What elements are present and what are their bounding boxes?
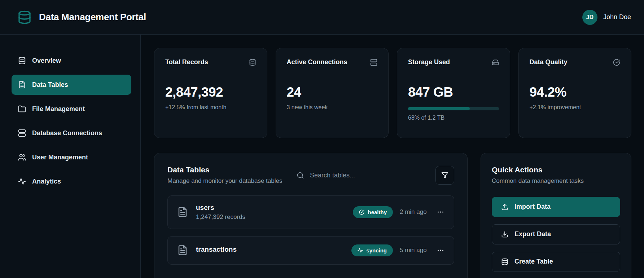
panel-subtitle: Manage and monitor your database tables — [167, 177, 294, 185]
stat-card-total-records: Total Records 2,847,392 +12.5% from last… — [154, 48, 267, 138]
panel-title: Data Tables — [167, 166, 297, 174]
import-data-button[interactable]: Import Data — [492, 197, 620, 217]
stat-value: 24 — [287, 85, 378, 100]
download-icon — [501, 231, 508, 238]
table-name: users — [196, 204, 245, 212]
export-data-button[interactable]: Export Data — [492, 224, 620, 244]
file-text-icon — [177, 245, 188, 256]
more-options-button[interactable] — [437, 246, 444, 254]
stat-label: Data Quality — [530, 58, 568, 66]
sidebar-item-overview[interactable]: Overview — [12, 50, 131, 71]
sidebar-item-label: Database Connections — [32, 129, 102, 137]
sidebar-item-analytics[interactable]: Analytics — [12, 171, 131, 191]
activity-icon — [358, 248, 363, 253]
stat-card-data-quality: Data Quality 94.2% +2.1% improvement — [518, 48, 632, 138]
create-table-button[interactable]: Create Table — [492, 252, 620, 272]
users-icon — [18, 153, 26, 161]
stat-card-storage-used: Storage Used 847 GB 68% of 1.2 TB — [397, 48, 510, 138]
main-content: Total Records 2,847,392 +12.5% from last… — [141, 35, 644, 278]
table-row-transactions[interactable]: transactions syncing 5 min ago — [167, 236, 454, 265]
table-row-users[interactable]: users 1,247,392 records healthy 2 min ag… — [167, 195, 454, 229]
stat-value: 94.2% — [530, 85, 621, 100]
app-title: Data Management Portal — [39, 12, 146, 23]
status-label: syncing — [366, 247, 387, 253]
filter-icon — [441, 172, 448, 179]
check-circle-icon — [613, 59, 620, 66]
app-root: Data Management Portal JD John Doe Overv… — [0, 0, 644, 278]
panels-row: Data Tables Manage and monitor your data… — [154, 153, 631, 278]
user-menu[interactable]: JD John Doe — [582, 10, 631, 25]
avatar: JD — [582, 10, 597, 25]
quick-actions-list: Import Data Export Data Create Table — [492, 197, 620, 272]
data-tables-panel: Data Tables Manage and monitor your data… — [154, 153, 468, 278]
table-records: 1,247,392 records — [196, 213, 245, 221]
status-badge: healthy — [353, 206, 393, 218]
filter-button[interactable] — [435, 166, 454, 185]
stat-label: Active Connections — [287, 58, 347, 66]
more-options-button[interactable] — [437, 208, 444, 216]
data-tables-header: Data Tables Manage and monitor your data… — [167, 166, 454, 185]
sidebar: Overview Data Tables File Management Dat… — [0, 35, 141, 278]
stat-sub: 68% of 1.2 TB — [408, 115, 499, 121]
database-icon — [501, 258, 508, 265]
server-icon — [18, 129, 26, 137]
hard-drive-icon — [492, 59, 499, 66]
sidebar-item-label: File Management — [32, 105, 85, 113]
file-text-icon — [177, 207, 188, 217]
app-header: Data Management Portal JD John Doe — [0, 0, 644, 35]
action-label: Export Data — [514, 230, 551, 238]
updated-time: 5 min ago — [400, 247, 432, 254]
sidebar-item-label: Overview — [32, 57, 61, 65]
upload-icon — [501, 203, 508, 211]
stat-label: Storage Used — [408, 58, 450, 66]
stat-value: 847 GB — [408, 85, 499, 100]
stat-sub: +12.5% from last month — [165, 104, 256, 111]
stat-value: 2,847,392 — [165, 85, 256, 100]
server-icon — [370, 59, 377, 66]
sidebar-item-database-connections[interactable]: Database Connections — [12, 123, 131, 143]
more-horizontal-icon — [437, 208, 444, 216]
stat-sub: +2.1% improvement — [530, 104, 621, 111]
search-input[interactable] — [310, 172, 435, 179]
database-logo-icon — [17, 10, 32, 25]
storage-progress-bar — [408, 107, 499, 110]
sidebar-item-label: Data Tables — [32, 81, 68, 89]
check-circle-icon — [359, 209, 364, 215]
status-badge: syncing — [351, 244, 393, 256]
action-label: Import Data — [514, 203, 551, 211]
sidebar-item-data-tables[interactable]: Data Tables — [12, 75, 131, 95]
file-text-icon — [18, 81, 26, 89]
more-horizontal-icon — [437, 246, 444, 254]
sidebar-item-label: Analytics — [32, 178, 61, 185]
brand: Data Management Portal — [17, 10, 146, 25]
database-icon — [18, 57, 26, 65]
storage-progress-fill — [408, 107, 470, 110]
action-label: Create Table — [514, 258, 553, 265]
panel-title: Quick Actions — [492, 166, 620, 174]
sidebar-item-file-management[interactable]: File Management — [12, 99, 131, 119]
database-icon — [249, 59, 256, 66]
search-box — [297, 172, 435, 179]
updated-time: 2 min ago — [400, 208, 432, 216]
folder-icon — [18, 105, 26, 113]
stats-row: Total Records 2,847,392 +12.5% from last… — [154, 48, 631, 138]
quick-actions-panel: Quick Actions Common data management tas… — [481, 153, 631, 278]
activity-icon — [18, 177, 26, 185]
panel-subtitle: Common data management tasks — [492, 177, 620, 185]
stat-label: Total Records — [165, 58, 208, 66]
stat-card-active-connections: Active Connections 24 3 new this week — [276, 48, 389, 138]
status-label: healthy — [368, 209, 387, 215]
sidebar-item-user-management[interactable]: User Management — [12, 147, 131, 167]
search-icon — [297, 172, 304, 179]
sidebar-item-label: User Management — [32, 154, 88, 161]
table-name: transactions — [196, 246, 237, 253]
stat-sub: 3 new this week — [287, 104, 378, 111]
table-rows-list: users 1,247,392 records healthy 2 min ag… — [167, 195, 454, 265]
user-name: John Doe — [603, 13, 631, 21]
